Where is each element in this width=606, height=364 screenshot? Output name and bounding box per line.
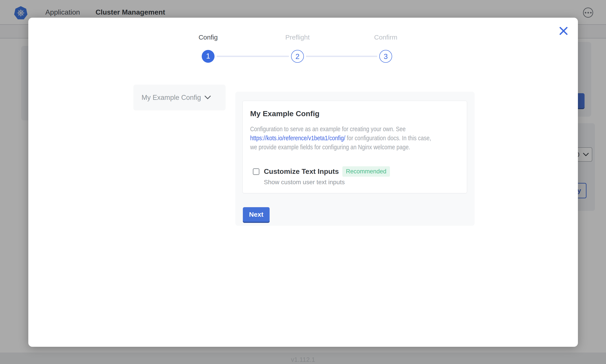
config-docs-link[interactable]: https://kots.io/reference/v1beta1/config…	[250, 134, 345, 142]
step-connector	[306, 56, 377, 57]
config-panel: My Example Config Configuration to serve…	[235, 92, 475, 226]
customize-text-inputs-checkbox[interactable]	[253, 168, 260, 175]
config-wizard-modal: Config Preflight Confirm 1 2 3 My Exampl…	[28, 18, 578, 347]
step-label-preflight: Preflight	[262, 34, 333, 41]
step-connector	[217, 56, 289, 57]
description-text: Configuration to serve as an example for…	[250, 125, 406, 132]
next-button[interactable]: Next	[243, 207, 270, 222]
checkbox-label[interactable]: Customize Text Inputs	[264, 168, 339, 176]
recommended-badge: Recommended	[342, 166, 390, 177]
checkbox-help-text: Show custom user text inputs	[264, 179, 345, 186]
step-circle-config[interactable]: 1	[202, 50, 215, 63]
checkbox-row: Customize Text Inputs Recommended	[253, 166, 390, 177]
close-icon[interactable]	[559, 26, 568, 36]
config-group-dropdown[interactable]: My Example Config	[133, 85, 226, 110]
step-circle-preflight[interactable]: 2	[291, 50, 304, 63]
step-circle-confirm[interactable]: 3	[379, 50, 392, 63]
chevron-down-icon	[205, 96, 211, 99]
step-label-confirm: Confirm	[350, 34, 421, 41]
config-group-dropdown-label: My Example Config	[141, 94, 201, 102]
config-group-description: Configuration to serve as an example for…	[250, 125, 467, 152]
screen: Application Cluster Management 0 y v1.11…	[0, 0, 606, 364]
step-label-config: Config	[173, 34, 244, 41]
config-group-title: My Example Config	[250, 109, 460, 118]
config-group-card: My Example Config Configuration to serve…	[242, 101, 467, 193]
